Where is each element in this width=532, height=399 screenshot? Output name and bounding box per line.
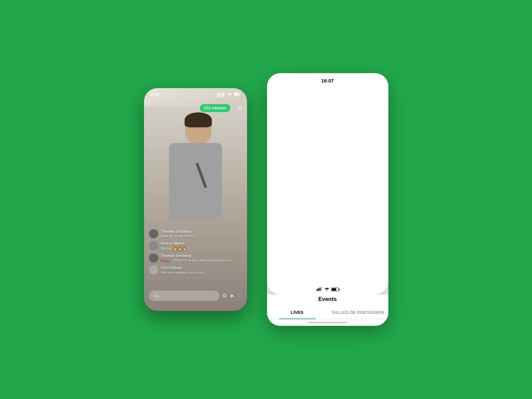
svg-rect-5 <box>318 288 319 291</box>
signal-icon-right <box>317 287 323 292</box>
wifi-icon-right <box>324 287 330 292</box>
chat-message-3: Thomas Destaing Privé - Votre CV a bien … <box>149 253 242 263</box>
avatar-3 <box>149 253 158 263</box>
heart-icon[interactable]: ♡ <box>237 293 242 299</box>
svg-rect-4 <box>317 289 318 291</box>
chat-message-1: Thomas Destaing How do yu do OKRs ? <box>149 229 242 239</box>
chat-text-1: Thomas Destaing How do yu do OKRs ? <box>161 229 197 239</box>
chat-name-4: Cyril DiGola <box>161 265 204 270</box>
svg-rect-6 <box>320 288 321 291</box>
home-bar <box>308 322 347 323</box>
svg-rect-2 <box>239 94 240 95</box>
chat-overlay: Thomas Destaing How do yu do OKRs ? Emer… <box>149 229 242 278</box>
tab-salles[interactable]: SALLES DE DISCUSSION <box>328 306 388 319</box>
tab-lives[interactable]: LIVES <box>267 306 328 319</box>
viewers-badge: 172 viewers <box>200 104 230 112</box>
private-label: Privé <box>161 258 170 262</box>
left-status-icons: ▌▌▌ <box>218 92 240 97</box>
left-phone: 9:41 ▌▌▌ <box>144 88 247 311</box>
svg-rect-3 <box>234 93 238 95</box>
wifi-icon <box>227 92 232 97</box>
events-title: Events <box>267 295 388 306</box>
chat-text-3: Thomas Destaing Privé - Votre CV a bien … <box>161 253 231 263</box>
svg-point-8 <box>327 290 328 291</box>
home-indicator <box>267 319 388 326</box>
svg-rect-7 <box>321 287 322 291</box>
battery-icon-right <box>331 288 338 291</box>
chat-input-bar: ⧉ ➤ ♡ <box>149 291 242 301</box>
right-status-icons <box>317 287 338 292</box>
chat-action-icons: ⧉ ➤ ♡ <box>223 293 242 299</box>
left-status-bar: 9:41 ▌▌▌ <box>144 88 247 97</box>
right-status-bar: 16:07 <box>267 73 388 295</box>
left-time: 9:41 <box>151 92 159 97</box>
chat-name-3: Thomas Destaing <box>161 253 231 258</box>
chat-message-2: Emeric Marin Money 🔥🔥🔥 ? <box>149 241 242 251</box>
tabs-bar: LIVES SALLES DE DISCUSSION <box>267 306 388 319</box>
close-button[interactable]: ✕ <box>237 104 242 111</box>
chat-name-1: Thomas Destaing <box>161 229 197 234</box>
chat-name-2: Emeric Marin <box>161 241 190 246</box>
avatar-4 <box>149 265 158 275</box>
right-time: 16:07 <box>321 78 334 83</box>
signal-icon: ▌▌▌ <box>218 93 225 97</box>
chat-text-2: Emeric Marin Money 🔥🔥🔥 ? <box>161 241 190 251</box>
right-phone: 16:07 Events <box>267 73 388 326</box>
send-icon[interactable]: ➤ <box>230 293 234 299</box>
avatar-1 <box>149 229 158 238</box>
avatar-2 <box>149 241 158 250</box>
chat-input[interactable] <box>149 291 219 301</box>
copy-icon[interactable]: ⧉ <box>223 293 226 299</box>
chat-text-4: Cyril DiGola We are monkeys on a rock <box>161 265 204 275</box>
battery-icon <box>234 92 240 97</box>
svg-point-0 <box>229 96 230 96</box>
chat-message-4: Cyril DiGola We are monkeys on a rock <box>149 265 242 275</box>
